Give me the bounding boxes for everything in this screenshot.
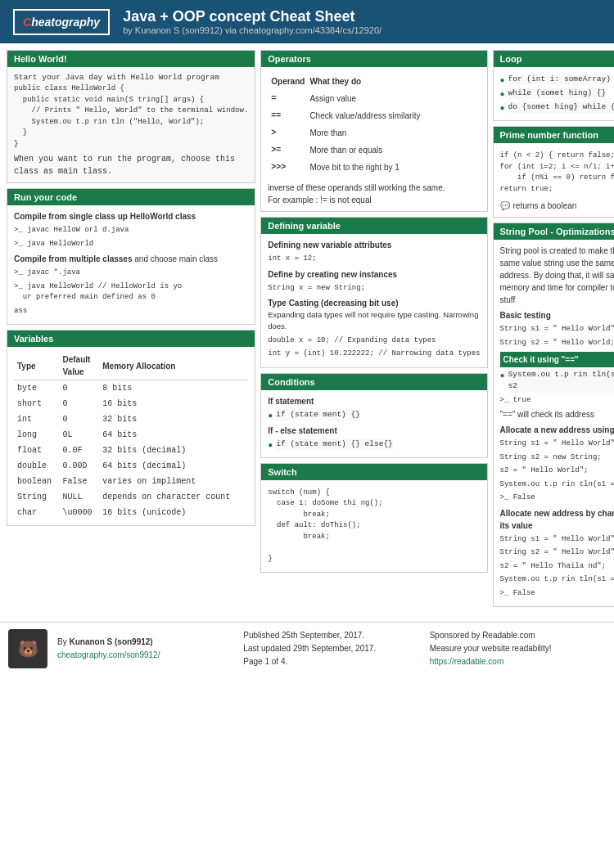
sp-code10: s2 = " Hello Thaila nd"; bbox=[500, 561, 615, 573]
sp-code4: String s1 = " Hello World"; bbox=[500, 438, 615, 450]
loop-header: Loop bbox=[494, 51, 615, 67]
loop-body: for (int i: someArray) {} while (somet h… bbox=[494, 67, 615, 120]
footer-updated: Last updated 29th September, 2017. bbox=[243, 642, 419, 655]
sp-alloc-change: Allocate new address by changing its val… bbox=[500, 507, 615, 532]
defvar-code3: double x = 10; // Expanding data types bbox=[268, 335, 480, 347]
logo: Cheatography bbox=[13, 9, 110, 35]
table-row: short016 bits bbox=[14, 396, 248, 412]
hello-world-section: Hello World! Start your Java day with He… bbox=[7, 50, 255, 183]
loop-item3: do {somet hing} while (true) bbox=[500, 101, 615, 114]
switch-section: Switch switch (num) { case 1: doSome thi… bbox=[260, 463, 487, 573]
table-row: char\u000016 bits (unicode) bbox=[14, 505, 248, 520]
table-row: booleanFalsevaries on impliment bbox=[14, 474, 248, 489]
cmd2: >_ java HelloWorld bbox=[14, 239, 248, 250]
table-row: >=More than or equals bbox=[269, 142, 478, 158]
if-stmt: If statement bbox=[268, 395, 480, 407]
operators-header: Operators bbox=[261, 51, 486, 67]
main-content: Hello World! Start your Java day with He… bbox=[0, 43, 614, 618]
table-row: double0.00D64 bits (decimal) bbox=[14, 458, 248, 474]
if-code: if (state ment) {} bbox=[268, 409, 480, 421]
footer-sponsor-col: Sponsored by Readable.com Measure your w… bbox=[430, 629, 606, 668]
col-default: DefaultValue bbox=[59, 352, 99, 380]
footer-author-col: By Kunanon S (son9912) cheatography.com/… bbox=[57, 636, 233, 662]
footer-sponsored-link[interactable]: https://readable.com bbox=[430, 655, 606, 668]
sp-code3b: >_ true bbox=[500, 395, 615, 407]
table-row: ==Check value/address similarity bbox=[269, 108, 478, 124]
footer: 🐻 By Kunanon S (son9912) cheatography.co… bbox=[0, 622, 614, 675]
sp-code7: System.ou t.p rin tln(s1 == s2); bbox=[500, 479, 615, 491]
cmd1: >_ javac HelloW orl d.java bbox=[14, 225, 248, 236]
hello-world-body: Start your Java day with Hello World pro… bbox=[7, 67, 255, 182]
header-text: Java + OOP concept Cheat Sheet by Kunano… bbox=[123, 8, 381, 35]
operators-table: Operand What they do =Assign value==Chec… bbox=[268, 72, 480, 177]
loop-item1: for (int i: someArray) {} bbox=[500, 74, 615, 86]
author-avatar: 🐻 bbox=[8, 629, 47, 668]
hw-code: public class HelloWorld { public static … bbox=[14, 83, 248, 150]
switch-header: Switch bbox=[261, 464, 486, 480]
defining-variable-section: Defining variable Defining new variable … bbox=[260, 217, 487, 368]
sp-code6: s2 = " Hello World"; bbox=[500, 465, 615, 477]
compile-multiple: Compile from multiple classes and choose… bbox=[14, 253, 248, 265]
table-row: =Assign value bbox=[269, 91, 478, 106]
ifelse-stmt: If - else statement bbox=[268, 425, 480, 437]
sp-code7b: >_ False bbox=[500, 492, 615, 504]
sp-code8: String s1 = " Hello World"; bbox=[500, 534, 615, 546]
run-code-section: Run your code Compile from single class … bbox=[7, 188, 255, 325]
prime-code: if (n < 2) { return false; } for (int i=… bbox=[500, 151, 615, 195]
operators-body: Operand What they do =Assign value==Chec… bbox=[261, 67, 486, 211]
comment-icon: 💬 bbox=[500, 200, 510, 212]
table-row: StringNULLdepends on character count bbox=[14, 489, 248, 505]
defining-variable-header: Defining variable bbox=[261, 218, 486, 234]
footer-author-link[interactable]: cheatography.com/son9912/ bbox=[57, 649, 233, 662]
defvar-note3: Expanding data types will not require ty… bbox=[268, 309, 480, 333]
conditions-header: Conditions bbox=[261, 374, 486, 390]
table-row: int032 bits bbox=[14, 412, 248, 427]
defvar-code1: int x = 12; bbox=[268, 254, 480, 265]
sp-body: String pool is created to make the same … bbox=[500, 245, 615, 306]
header-subtitle: by Kunanon S (son9912) via cheatography.… bbox=[123, 25, 381, 35]
defvar-code2: String x = new String; bbox=[268, 283, 480, 295]
ifelse-code: if (state ment) {} else{} bbox=[268, 438, 480, 451]
footer-page: Page 1 of 4. bbox=[243, 655, 419, 668]
ops-col-operand: Operand bbox=[269, 74, 306, 89]
sp-code1: String s1 = " Hello World"; bbox=[500, 324, 615, 335]
defvar-sub1: Defining new variable attributes bbox=[268, 239, 480, 251]
footer-sponsored-text: Measure your website readability! bbox=[430, 642, 606, 655]
hello-world-header: Hello World! bbox=[7, 51, 255, 67]
compile-single: Compile from single class up HelloWorld … bbox=[14, 210, 248, 223]
sp-code3: System.ou t.p rin tln(s1 == s2 bbox=[500, 369, 615, 393]
column-3: Loop for (int i: someArray) {} while (so… bbox=[493, 50, 615, 612]
col-memory: Memory Allocation bbox=[99, 352, 248, 380]
header: Cheatography Java + OOP concept Cheat Sh… bbox=[0, 0, 614, 43]
variables-table: Type DefaultValue Memory Allocation byte… bbox=[14, 352, 248, 520]
prime-header: Prime number function bbox=[494, 127, 615, 143]
table-row: float0.0F32 bits (decimal) bbox=[14, 443, 248, 458]
sp-code11b: >_ False bbox=[500, 588, 615, 600]
page-title: Java + OOP concept Cheat Sheet bbox=[123, 8, 381, 25]
variables-header: Variables bbox=[7, 331, 255, 347]
hw-note: When you want to run the program, choose… bbox=[14, 153, 248, 178]
page: Cheatography Java + OOP concept Cheat Sh… bbox=[0, 0, 614, 868]
variables-body: Type DefaultValue Memory Allocation byte… bbox=[7, 347, 255, 525]
sp-alloc-new: Allocate a new address using new bbox=[500, 424, 615, 436]
table-row: byte08 bits bbox=[14, 380, 248, 397]
loop-section: Loop for (int i: someArray) {} while (so… bbox=[493, 50, 615, 121]
ops-col-what: What they do bbox=[308, 74, 478, 89]
sp-code11: System.ou t.p rin tln(s1 == s2); bbox=[500, 574, 615, 586]
footer-author: By Kunanon S (son9912) bbox=[57, 636, 233, 649]
column-1: Hello World! Start your Java day with He… bbox=[7, 50, 255, 531]
string-pool-section: String Pool - Optimizations String pool … bbox=[493, 223, 615, 607]
footer-sponsored: Sponsored by Readable.com bbox=[430, 629, 606, 642]
switch-code: switch (num) { case 1: doSome thi ng(); … bbox=[268, 488, 480, 565]
variables-section: Variables Type DefaultValue Memory Alloc… bbox=[7, 330, 255, 526]
prime-note-row: 💬 returns a boolean bbox=[500, 200, 615, 212]
string-pool-body: String pool is created to make the same … bbox=[494, 240, 615, 606]
sp-basic: Basic testing bbox=[500, 309, 615, 322]
switch-body: switch (num) { case 1: doSome thi ng(); … bbox=[261, 480, 486, 573]
defining-variable-body: Defining new variable attributes int x =… bbox=[261, 234, 486, 367]
string-pool-header: String Pool - Optimizations bbox=[494, 223, 615, 240]
col-type: Type bbox=[14, 352, 59, 380]
footer-published: Published 25th September, 2017. bbox=[243, 629, 419, 642]
ops-note2: For example : != is not equal bbox=[268, 194, 480, 206]
sp-code5: String s2 = new String; bbox=[500, 452, 615, 464]
